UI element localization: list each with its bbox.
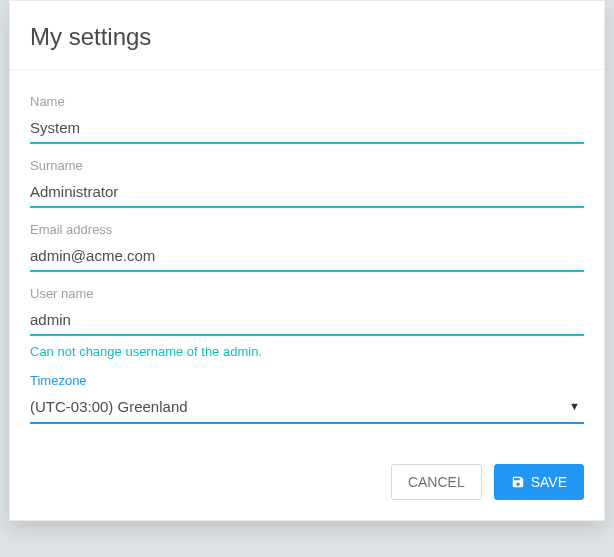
username-label: User name [30, 286, 584, 301]
dialog-footer: CANCEL SAVE [10, 448, 604, 520]
field-name: Name [30, 94, 584, 144]
username-hint: Can not change username of the admin. [30, 344, 584, 359]
field-email: Email address [30, 222, 584, 272]
field-timezone: Timezone (UTC-03:00) Greenland ▼ [30, 373, 584, 424]
dialog-title: My settings [30, 23, 584, 51]
chevron-down-icon: ▼ [569, 400, 580, 412]
name-input[interactable] [30, 113, 584, 144]
dialog-body: Name Surname Email address User name Can… [10, 70, 604, 448]
field-username: User name Can not change username of the… [30, 286, 584, 359]
email-input[interactable] [30, 241, 584, 272]
settings-dialog: My settings Name Surname Email address U… [9, 0, 605, 521]
dialog-header: My settings [10, 1, 604, 70]
save-icon [511, 475, 525, 489]
save-button-label: SAVE [531, 474, 567, 490]
surname-label: Surname [30, 158, 584, 173]
username-input[interactable] [30, 305, 584, 336]
field-surname: Surname [30, 158, 584, 208]
email-label: Email address [30, 222, 584, 237]
save-button[interactable]: SAVE [494, 464, 584, 500]
timezone-value: (UTC-03:00) Greenland [30, 398, 188, 415]
surname-input[interactable] [30, 177, 584, 208]
cancel-button[interactable]: CANCEL [391, 464, 482, 500]
name-label: Name [30, 94, 584, 109]
timezone-select[interactable]: (UTC-03:00) Greenland ▼ [30, 392, 584, 424]
timezone-label: Timezone [30, 373, 584, 388]
